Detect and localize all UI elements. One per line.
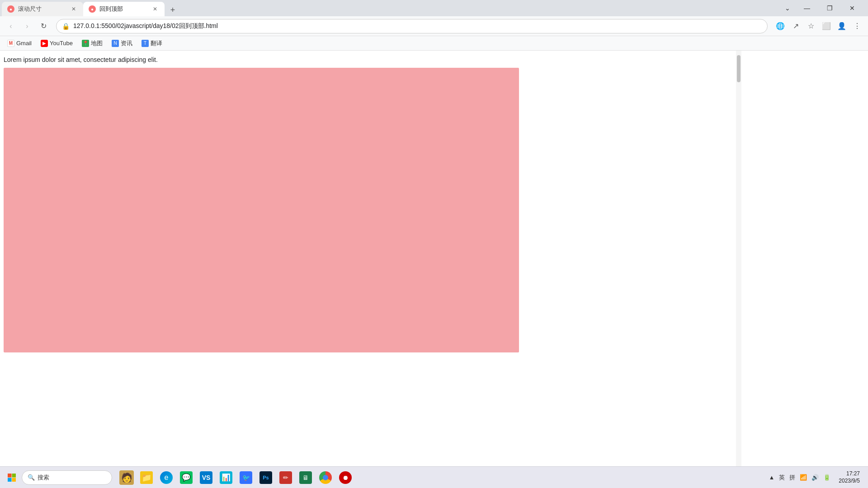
battery-icon[interactable]: 🔋 bbox=[821, 473, 832, 482]
close-button[interactable]: ✕ bbox=[842, 1, 863, 15]
svg-rect-3 bbox=[12, 478, 16, 482]
bookmark-translate[interactable]: T 翻译 bbox=[138, 38, 166, 48]
taskbar-chart-app[interactable]: 📊 bbox=[217, 469, 235, 487]
browser-window: ● 滚动尺寸 ✕ ● 回到顶部 ✕ + ⌄ — ❐ ✕ ‹ › bbox=[0, 0, 868, 488]
back-icon: ‹ bbox=[9, 22, 12, 30]
taskbar-avatar-icon[interactable]: 🧑 bbox=[118, 469, 136, 487]
tabs-menu-button[interactable]: ⌄ bbox=[780, 1, 795, 15]
taskbar-right: ▲ 英 拼 📶 🔊 🔋 17:27 2023/9/5 bbox=[767, 469, 864, 485]
bookmark-youtube[interactable]: ▶ YouTube bbox=[37, 39, 76, 48]
bookmark-button[interactable]: ☆ bbox=[804, 19, 818, 33]
profile-button[interactable]: 👤 bbox=[835, 19, 849, 33]
system-tray: ▲ 英 拼 📶 🔊 🔋 bbox=[767, 473, 832, 483]
taskbar-search-label: 搜索 bbox=[38, 474, 49, 482]
taskbar-photoshop[interactable]: Ps bbox=[257, 469, 275, 487]
clock-date: 2023/9/5 bbox=[839, 478, 860, 485]
taskbar-search[interactable]: 🔍 搜索 bbox=[22, 470, 112, 485]
split-screen-button[interactable]: ⬜ bbox=[819, 19, 834, 33]
scrollbar-track[interactable] bbox=[736, 51, 741, 466]
forward-button[interactable]: › bbox=[20, 19, 34, 33]
ime-pinyin-label[interactable]: 拼 bbox=[788, 473, 797, 483]
address-input[interactable] bbox=[73, 23, 762, 30]
profile-icon: 👤 bbox=[837, 22, 846, 30]
minimize-button[interactable]: — bbox=[797, 1, 817, 15]
svg-rect-2 bbox=[8, 478, 12, 482]
taskbar-notepad[interactable]: ✏ bbox=[277, 469, 295, 487]
taskbar-record-app[interactable]: ⏺ bbox=[336, 469, 354, 487]
tab-scroll-size[interactable]: ● 滚动尺寸 ✕ bbox=[2, 2, 83, 16]
page-main[interactable]: Lorem ipsum dolor sit amet, consectetur … bbox=[0, 51, 736, 466]
start-button[interactable] bbox=[4, 469, 20, 486]
address-bar[interactable]: 🔒 bbox=[56, 19, 768, 33]
tab1-close-button[interactable]: ✕ bbox=[70, 5, 78, 13]
screen-icon: 🖥 bbox=[299, 471, 312, 484]
wechat-icon: 💬 bbox=[180, 471, 193, 484]
bookmark-gmail-label: Gmail bbox=[16, 40, 32, 47]
file-explorer-icon: 📁 bbox=[140, 471, 153, 484]
taskbar-screen-app[interactable]: 🖥 bbox=[297, 469, 315, 487]
share-button[interactable]: ↗ bbox=[788, 19, 803, 33]
tab-back-to-top[interactable]: ● 回到顶部 ✕ bbox=[83, 2, 165, 16]
taskbar-lark[interactable]: 🐦 bbox=[237, 469, 255, 487]
bookmark-maps-label: 地图 bbox=[91, 39, 103, 47]
taskbar-chrome[interactable] bbox=[316, 469, 335, 487]
avatar-image: 🧑 bbox=[119, 470, 134, 485]
taskbar-vscode[interactable]: VS bbox=[197, 469, 215, 487]
chart-icon: 📊 bbox=[220, 471, 232, 484]
taskbar-edge[interactable]: e bbox=[157, 469, 175, 487]
record-icon: ⏺ bbox=[339, 471, 352, 484]
tab2-favicon: ● bbox=[89, 5, 96, 13]
lock-icon: 🔒 bbox=[62, 23, 70, 30]
new-tab-button[interactable]: + bbox=[166, 4, 179, 16]
title-bar: ● 滚动尺寸 ✕ ● 回到顶部 ✕ + ⌄ — ❐ ✕ bbox=[0, 0, 868, 16]
taskbar-wechat[interactable]: 💬 bbox=[177, 469, 195, 487]
clock-time: 17:27 bbox=[846, 470, 860, 478]
volume-icon[interactable]: 🔊 bbox=[810, 473, 821, 482]
lorem-paragraph: Lorem ipsum dolor sit amet, consectetur … bbox=[4, 56, 732, 63]
menu-button[interactable]: ⋮ bbox=[850, 19, 864, 33]
browser-toolbar: ‹ › ↻ 🔒 🌐 ↗ ☆ ⬜ bbox=[0, 16, 868, 36]
star-icon: ☆ bbox=[808, 22, 814, 30]
reload-icon: ↻ bbox=[41, 22, 47, 30]
toolbar-right-buttons: 🌐 ↗ ☆ ⬜ 👤 ⋮ bbox=[773, 19, 864, 33]
tab2-title: 回到顶部 bbox=[99, 5, 147, 13]
news-icon: N bbox=[112, 40, 119, 47]
system-clock[interactable]: 17:27 2023/9/5 bbox=[836, 469, 863, 485]
chrome-icon bbox=[319, 471, 332, 484]
tray-expand-icon[interactable]: ▲ bbox=[767, 473, 776, 482]
bookmark-gmail[interactable]: M Gmail bbox=[4, 39, 35, 48]
edge-icon: e bbox=[160, 471, 173, 484]
svg-rect-1 bbox=[12, 474, 16, 478]
window-controls: ⌄ — ❐ ✕ bbox=[780, 1, 866, 15]
tab2-close-button[interactable]: ✕ bbox=[151, 5, 159, 13]
reload-button[interactable]: ↻ bbox=[36, 19, 51, 33]
svg-rect-0 bbox=[8, 474, 12, 478]
bookmark-youtube-label: YouTube bbox=[50, 40, 73, 47]
share-icon: ↗ bbox=[793, 22, 799, 30]
translate-button[interactable]: 🌐 bbox=[773, 19, 788, 33]
scrollbar-thumb[interactable] bbox=[737, 55, 741, 82]
tab-strip: ● 滚动尺寸 ✕ ● 回到顶部 ✕ + bbox=[2, 0, 780, 16]
ime-english-label[interactable]: 英 bbox=[777, 473, 787, 483]
pink-box bbox=[4, 68, 519, 352]
tab1-title: 滚动尺寸 bbox=[18, 5, 66, 13]
taskbar-app-icons: 🧑 📁 e 💬 VS 📊 🐦 bbox=[114, 469, 765, 487]
page-content: Lorem ipsum dolor sit amet, consectetur … bbox=[0, 51, 868, 466]
notepad-icon: ✏ bbox=[279, 471, 292, 484]
photoshop-icon: Ps bbox=[259, 471, 272, 484]
bookmark-news-label: 资讯 bbox=[121, 39, 132, 47]
bookmark-news[interactable]: N 资讯 bbox=[108, 38, 136, 48]
bookmark-maps[interactable]: 📍 地图 bbox=[78, 38, 106, 48]
lark-icon: 🐦 bbox=[240, 471, 252, 484]
page-sidebar bbox=[741, 51, 868, 466]
taskbar: 🔍 搜索 🧑 📁 e 💬 VS bbox=[0, 466, 868, 488]
wifi-icon[interactable]: 📶 bbox=[798, 473, 809, 482]
split-icon: ⬜ bbox=[822, 22, 831, 30]
tab1-favicon: ● bbox=[7, 5, 14, 13]
taskbar-file-explorer[interactable]: 📁 bbox=[137, 469, 156, 487]
maps-icon: 📍 bbox=[82, 40, 89, 47]
back-button[interactable]: ‹ bbox=[4, 19, 18, 33]
maximize-button[interactable]: ❐ bbox=[819, 1, 840, 15]
forward-icon: › bbox=[26, 22, 28, 30]
search-icon: 🔍 bbox=[28, 474, 35, 481]
